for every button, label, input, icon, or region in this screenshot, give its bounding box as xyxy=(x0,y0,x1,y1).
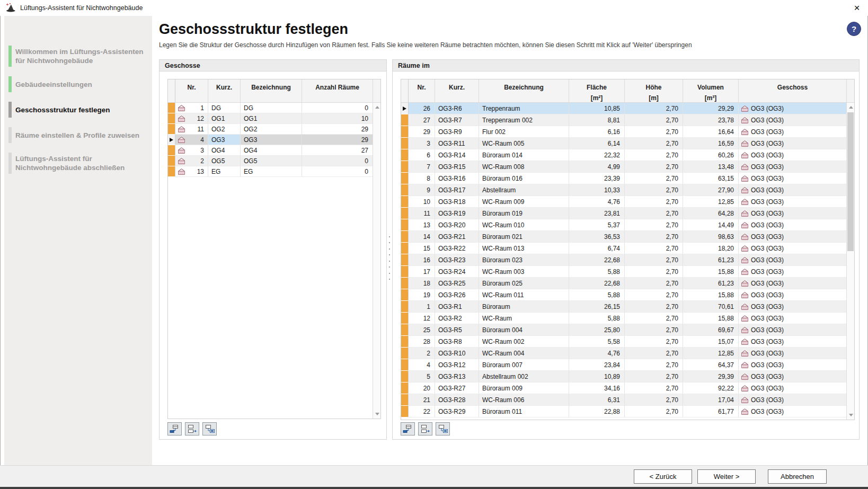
raum-flaeche-cell: 26,15 xyxy=(569,301,625,313)
scroll-up-arrow[interactable] xyxy=(849,106,853,109)
raum-nr-cell: 12 xyxy=(409,313,435,324)
raum-row[interactable]: 15OG3-R22WC-Raum 0136,742,7018,20 OG3 (O… xyxy=(401,243,854,254)
raum-row[interactable]: 9OG3-R17Abstellraum10,332,7027,90 OG3 (O… xyxy=(401,184,854,196)
geschoss-row[interactable]: 11OG2OG229 xyxy=(168,124,380,135)
column-header-label: Fläche xyxy=(587,84,607,91)
raum-flaeche-cell: 22,68 xyxy=(569,254,625,266)
insert-row-button[interactable] xyxy=(167,422,182,435)
scroll-up-arrow[interactable] xyxy=(375,106,379,109)
geschoss-row[interactable]: 1DGDG0 xyxy=(168,103,380,113)
raum-row[interactable]: 1OG3-R1Büroraum26,152,7070,61 OG3 (OG3) xyxy=(401,301,854,313)
raum-nr-cell: 26 xyxy=(409,103,435,114)
scrollbar-thumb[interactable] xyxy=(847,112,854,251)
back-button[interactable]: < Zurück xyxy=(634,469,692,484)
raum-row[interactable]: 11OG3-R19Büroraum 01923,812,7064,28 OG3 … xyxy=(401,208,854,219)
scrollbar-header-spacer xyxy=(373,79,380,103)
geschoss-nr: 13 xyxy=(197,168,204,175)
raum-row[interactable]: 17OG3-R24WC-Raum 0035,882,7015,88 OG3 (O… xyxy=(401,266,854,278)
help-button[interactable]: ? xyxy=(847,22,861,36)
raum-row[interactable]: 2OG3-R10WC-Raum 0044,762,7012,85 OG3 (OG… xyxy=(401,348,854,359)
column-header[interactable]: Anzahl Räume xyxy=(302,79,373,102)
raum-row[interactable]: 16OG3-R23Büroraum 02322,682,7061,23 OG3 … xyxy=(401,254,854,266)
column-header[interactable]: Kurz. xyxy=(208,79,241,102)
raum-bezeichnung-cell: Büroraum 011 xyxy=(479,406,569,417)
raum-row[interactable]: 7OG3-R15WC-Raum 0084,992,7013,48 OG3 (OG… xyxy=(401,161,854,173)
raeume-scrollbar[interactable] xyxy=(846,79,854,420)
raum-row[interactable]: 14OG3-R21Büroraum 02136,532,7098,63 OG3 … xyxy=(401,231,854,243)
geschoss-row[interactable]: 2OG5OG50 xyxy=(168,156,380,166)
raum-row[interactable]: 6OG3-R14Büroraum 01422,322,7060,26 OG3 (… xyxy=(401,149,854,161)
raum-row[interactable]: 22OG3-R29Büroraum 01122,882,7061,77 OG3 … xyxy=(401,406,854,417)
raum-row[interactable]: 10OG3-R18WC-Raum 0094,762,7012,85 OG3 (O… xyxy=(401,196,854,208)
raum-row[interactable]: 13OG3-R20WC-Raum 0105,372,7014,49 OG3 (O… xyxy=(401,219,854,231)
raum-nr-cell: 2 xyxy=(409,348,435,359)
raum-hoehe-cell: 2,70 xyxy=(625,231,683,243)
scroll-down-arrow[interactable] xyxy=(375,413,379,415)
raum-row[interactable]: 5OG3-R13Abstellraum 00210,892,7029,39 OG… xyxy=(401,371,854,383)
column-header[interactable]: Nr. xyxy=(409,79,435,102)
house-icon xyxy=(741,210,748,217)
raum-row[interactable]: 19OG3-R26WC-Raum 0115,882,7015,88 OG3 (O… xyxy=(401,289,854,301)
raum-row[interactable]: 29OG3-R9Flur 0026,162,7016,64 OG3 (OG3) xyxy=(401,126,854,138)
raum-nr-cell: 17 xyxy=(409,266,435,278)
raum-row[interactable]: 3OG3-R11WC-Raum 0056,142,7016,59 OG3 (OG… xyxy=(401,138,854,149)
row-indicator xyxy=(401,231,409,243)
raum-hoehe-cell: 2,70 xyxy=(625,289,683,301)
geschoss-row[interactable]: 3OG4OG427 xyxy=(168,145,380,156)
raum-flaeche-cell: 4,76 xyxy=(569,196,625,208)
geschosse-panel: Geschosse Nr.Kurz.BezeichnungAnzahl Räum… xyxy=(159,59,387,440)
column-header[interactable]: Bezeichnung xyxy=(479,79,569,102)
house-icon xyxy=(741,117,748,123)
duplicate-row-button[interactable] xyxy=(436,422,450,435)
raum-row[interactable]: 4OG3-R12Büroraum 00723,842,7064,37 OG3 (… xyxy=(401,359,854,371)
raum-hoehe-cell: 2,70 xyxy=(625,254,683,266)
raum-volumen-cell: 15,88 xyxy=(683,266,739,278)
insert-row-button[interactable] xyxy=(401,422,415,435)
raum-flaeche-cell: 5,88 xyxy=(569,313,625,324)
column-header[interactable]: Volumen[m³] xyxy=(683,79,739,102)
column-header[interactable]: Höhe[m] xyxy=(625,79,683,102)
geschoss-row[interactable]: 13EGEG0 xyxy=(168,166,380,177)
next-button[interactable]: Weiter > xyxy=(697,469,756,484)
geschoss-row[interactable]: 4OG3OG329 xyxy=(168,135,380,145)
house-icon xyxy=(741,385,748,392)
column-header[interactable]: Bezeichnung xyxy=(241,79,302,102)
scroll-down-arrow[interactable] xyxy=(849,414,853,416)
geschoss-anzahl-cell: 0 xyxy=(302,166,373,177)
raum-row[interactable]: 28OG3-R8WC-Raum 0025,582,7015,07 OG3 (OG… xyxy=(401,336,854,348)
house-icon-wrap xyxy=(178,168,185,175)
close-icon[interactable]: × xyxy=(851,2,863,14)
append-row-button[interactable] xyxy=(418,422,432,435)
raum-bezeichnung-cell: WC-Raum 013 xyxy=(479,243,569,254)
raum-row[interactable]: 8OG3-R16Büroraum 01623,392,7063,15 OG3 (… xyxy=(401,173,854,184)
raum-row[interactable]: 21OG3-R28WC-Raum 0066,312,7017,04 OG3 (O… xyxy=(401,394,854,406)
append-row-button[interactable] xyxy=(185,422,199,435)
geschosse-scrollbar[interactable] xyxy=(373,79,380,419)
raum-row[interactable]: 27OG3-R7Treppenraum 0028,812,7023,78 OG3… xyxy=(401,114,854,126)
house-icon xyxy=(741,245,748,252)
column-header-label: Kurz. xyxy=(449,84,465,91)
column-header-unit: [m²] xyxy=(591,95,603,102)
panel-splitter-handle[interactable] xyxy=(387,236,392,280)
append-row-icon xyxy=(187,424,198,433)
raum-hoehe-cell: 2,70 xyxy=(625,301,683,313)
geschoss-row[interactable]: 12OG1OG110 xyxy=(168,113,380,124)
raum-geschoss-label: OG3 (OG3) xyxy=(751,163,784,171)
column-header[interactable]: Nr. xyxy=(175,79,208,102)
house-icon xyxy=(741,292,748,298)
raum-volumen-cell: 61,23 xyxy=(683,254,739,266)
raum-row[interactable]: 25OG3-R5Büroraum 00425,802,7069,67 OG3 (… xyxy=(401,324,854,336)
raum-row[interactable]: 26OG3-R6Treppenraum10,852,7029,29 OG3 (O… xyxy=(401,103,854,114)
raum-bezeichnung-cell: Büroraum 021 xyxy=(479,231,569,243)
raum-row[interactable]: 18OG3-R25Büroraum 02522,682,7061,23 OG3 … xyxy=(401,278,854,289)
cancel-button[interactable]: Abbrechen xyxy=(768,469,827,484)
house-icon-wrap xyxy=(741,105,748,112)
geschoss-nr: 12 xyxy=(197,115,204,122)
raum-row[interactable]: 12OG3-R2WC-Raum5,882,7015,88 OG3 (OG3) xyxy=(401,313,854,324)
column-header[interactable]: Geschoss xyxy=(739,79,847,102)
raum-row[interactable]: 20OG3-R27Büroraum 00934,162,7092,22 OG3 … xyxy=(401,383,854,394)
column-header[interactable]: Fläche[m²] xyxy=(569,79,625,102)
column-header[interactable]: Kurz. xyxy=(435,79,479,102)
duplicate-row-button[interactable] xyxy=(202,422,217,435)
house-icon-wrap xyxy=(741,385,748,392)
